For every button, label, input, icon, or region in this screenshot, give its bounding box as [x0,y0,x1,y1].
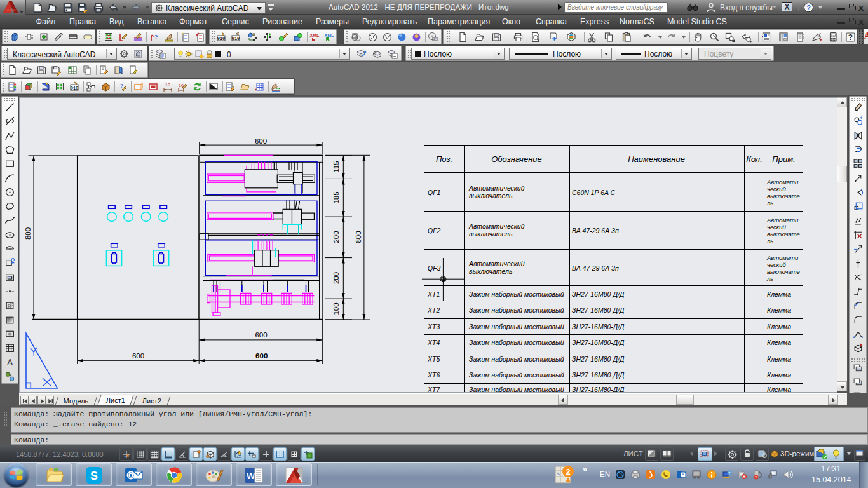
svg-text:Клемма: Клемма [767,371,791,379]
svg-text:выключатель: выключатель [469,192,512,200]
svg-text:?: ? [154,33,158,41]
svg-text:C60N 1P 6A C: C60N 1P 6A C [572,189,616,196]
svg-text:QF1: QF1 [428,189,440,196]
svg-text:XT2: XT2 [427,306,440,314]
svg-text:XT5: XT5 [427,355,440,363]
svg-text:выключатель: выключатель [469,230,512,238]
svg-text:ЗН27-16М80-Д/Д: ЗН27-16М80-Д/Д [572,323,625,330]
svg-text:10: 10 [165,83,170,87]
svg-text:ЗН27-16М80-Д/Д: ЗН27-16М80-Д/Д [572,290,625,298]
svg-text:ЗН27-16М80-Д/Д: ЗН27-16М80-Д/Д [572,355,625,363]
svg-text:W: W [247,471,255,481]
svg-text:Зажим наборный мостиковый: Зажим наборный мостиковый [469,290,564,298]
svg-text:ЗН27-16М80-Д/Д: ЗН27-16М80-Д/Д [572,386,625,392]
svg-text:ль: ль [766,275,773,282]
svg-text:S: S [90,470,98,482]
svg-text:Зажим наборный мостиковый: Зажим наборный мостиковый [469,339,564,346]
svg-text:010: 010 [217,36,226,41]
svg-text:XT6: XT6 [427,371,440,379]
svg-text:600: 600 [255,352,268,360]
svg-text:Зажим наборный мостиковый: Зажим наборный мостиковый [469,323,564,330]
svg-text:800: 800 [355,231,362,243]
svg-text:Обозначение: Обозначение [491,154,542,164]
svg-text:ЗН27-16М80-Д/Д: ЗН27-16М80-Д/Д [572,371,625,379]
svg-text:010: 010 [71,86,79,91]
svg-text:выключате: выключате [767,268,800,275]
svg-text:Зажим наборный мостиковый: Зажим наборный мостиковый [469,306,564,314]
svg-text:Клемма: Клемма [767,323,791,330]
svg-text:Кол.: Кол. [746,154,763,164]
svg-text:A: A [7,357,13,367]
svg-text:ЗН27-16М80-Д/Д: ЗН27-16М80-Д/Д [572,339,625,346]
svg-text:ческий: ческий [767,224,787,231]
svg-text:Автомати: Автомати [766,217,799,224]
svg-text:100: 100 [332,302,340,315]
svg-text:Автоматический: Автоматический [468,184,525,192]
svg-text:XT7: XT7 [427,386,440,392]
svg-text:выключате: выключате [767,231,800,238]
svg-text:ль: ль [766,200,773,207]
svg-text:115: 115 [332,161,340,172]
svg-text:200: 200 [332,272,340,284]
svg-text:185: 185 [332,191,340,203]
svg-text:Автоматический: Автоматический [468,260,525,268]
svg-text:ЗН27-16М80-Д/Д: ЗН27-16М80-Д/Д [572,306,625,314]
svg-text:600: 600 [255,331,267,339]
svg-text:Поз.: Поз. [436,154,452,164]
svg-text:ческий: ческий [767,261,787,268]
svg-text:600: 600 [255,137,267,145]
svg-text:XML: XML [310,33,320,37]
svg-text:Клемма: Клемма [767,386,791,392]
svg-text:?: ? [848,33,853,42]
svg-text:XT4: XT4 [427,339,440,346]
svg-text:Клемма: Клемма [767,290,791,298]
svg-text:Автомати: Автомати [766,254,799,261]
svg-text:XML: XML [325,33,335,37]
svg-text:200: 200 [332,231,340,243]
svg-text:Зажим наборный мостиковый: Зажим наборный мостиковый [469,355,564,363]
svg-text:Зажим наборный мостиковый: Зажим наборный мостиковый [469,371,564,379]
svg-text:Клемма: Клемма [767,306,791,314]
svg-text:800: 800 [24,227,32,240]
svg-text:010: 010 [232,36,240,41]
svg-text:Автомати: Автомати [766,179,799,186]
svg-text:Наименование: Наименование [628,154,685,164]
svg-text:Клемма: Клемма [767,339,791,346]
svg-text:ль: ль [766,238,773,245]
svg-text:XT3: XT3 [427,323,440,330]
svg-text:ческий: ческий [767,186,787,193]
svg-text:ВА 47-29 6А 3п: ВА 47-29 6А 3п [572,264,619,272]
svg-text:Автоматический: Автоматический [468,222,525,230]
svg-text:Зажим наборный мостиковый: Зажим наборный мостиковый [469,386,564,392]
svg-text:ВА 47-29 6А 3п: ВА 47-29 6А 3п [572,227,619,234]
svg-text:XT1: XT1 [427,290,440,298]
svg-text:Прим.: Прим. [772,154,795,164]
svg-text:Клемма: Клемма [767,355,791,363]
svg-text:выключатель: выключатель [469,268,512,275]
svg-text:600: 600 [132,352,144,360]
svg-text:выключате: выключате [767,193,800,200]
svg-text:QF2: QF2 [428,227,441,234]
svg-text:QF3: QF3 [428,264,441,272]
svg-text:2: 2 [566,467,570,477]
